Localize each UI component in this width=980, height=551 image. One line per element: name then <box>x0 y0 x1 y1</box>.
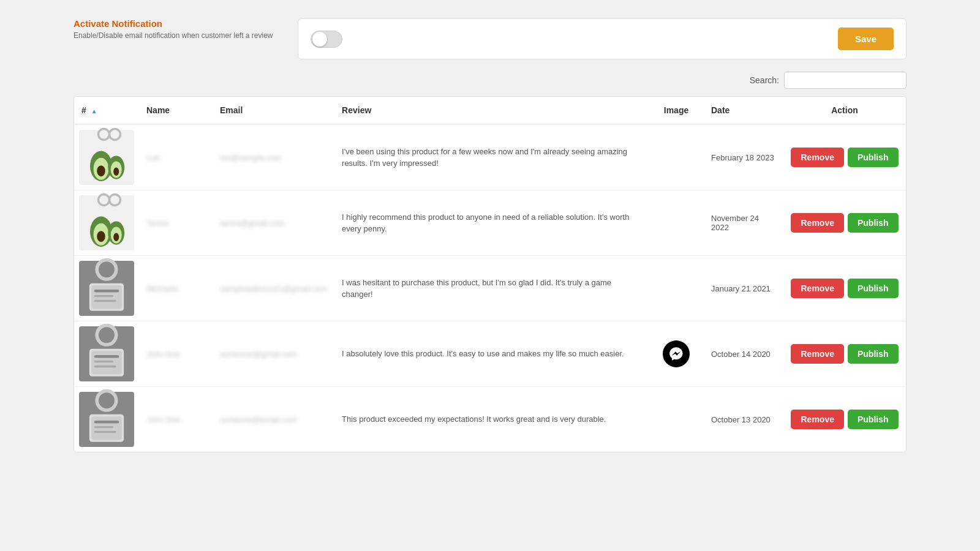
action-cell: Remove Publish <box>783 124 906 190</box>
svg-point-12 <box>97 231 105 242</box>
reviewer-name: Tamra <box>139 190 213 256</box>
col-header-hash: # ▲ <box>74 97 139 124</box>
col-header-image: Image <box>649 97 704 124</box>
svg-rect-20 <box>94 295 114 297</box>
reviews-table: # ▲ Name Email Review Image Date Action <box>74 96 907 452</box>
reviewer-name: John Doe <box>139 387 213 452</box>
review-image-cell <box>649 387 704 452</box>
toggle-track[interactable] <box>311 31 342 48</box>
reviewer-name: John Doe <box>139 321 213 387</box>
save-button[interactable]: Save <box>838 28 894 50</box>
product-image-cell <box>74 256 139 321</box>
review-text: I was hesitant to purchase this product,… <box>334 256 649 321</box>
toggle-switch[interactable] <box>311 31 342 48</box>
publish-button[interactable]: Publish <box>848 410 899 429</box>
action-cell: Remove Publish <box>783 321 906 387</box>
reviewer-name: Lori <box>139 124 213 190</box>
remove-button[interactable]: Remove <box>791 344 843 364</box>
review-date: January 21 2021 <box>704 256 783 321</box>
col-header-name: Name <box>139 97 213 124</box>
svg-rect-33 <box>94 431 116 433</box>
svg-point-8 <box>110 195 121 206</box>
toggle-save-bar: Save <box>298 18 907 59</box>
messenger-icon <box>663 340 690 367</box>
action-cell: Remove Publish <box>783 256 906 321</box>
notification-section: Activate Notification Enable/Disable ema… <box>74 18 907 59</box>
review-text: I've been using this product for a few w… <box>334 124 649 190</box>
reviewer-email: sampleaddress21@gmail.com <box>213 256 334 321</box>
col-header-date: Date <box>704 97 783 124</box>
svg-rect-26 <box>94 361 114 362</box>
svg-point-1 <box>99 129 110 140</box>
product-image-cell <box>74 190 139 256</box>
review-date: October 14 2020 <box>704 321 783 387</box>
product-image-cell <box>74 124 139 190</box>
svg-rect-27 <box>94 365 116 367</box>
table-header-row: # ▲ Name Email Review Image Date Action <box>74 97 906 124</box>
product-image-cell <box>74 321 139 387</box>
svg-point-9 <box>99 195 110 206</box>
remove-button[interactable]: Remove <box>791 148 843 167</box>
svg-point-16 <box>97 260 116 280</box>
reviewer-email: tamra@gmail.com <box>213 190 334 256</box>
svg-point-28 <box>97 391 116 411</box>
table-row: Tamra tamra@gmail.com I highly recommend… <box>74 190 906 256</box>
svg-rect-19 <box>94 290 119 293</box>
page-container: Activate Notification Enable/Disable ema… <box>61 12 919 459</box>
svg-rect-32 <box>94 426 114 428</box>
remove-button[interactable]: Remove <box>791 279 843 298</box>
review-date: February 18 2023 <box>704 124 783 190</box>
svg-rect-21 <box>94 300 116 302</box>
table-row: John Doe someone@email.com This product … <box>74 387 906 452</box>
search-input[interactable] <box>784 72 907 89</box>
search-bar: Search: <box>74 72 907 89</box>
col-header-action: Action <box>783 97 906 124</box>
svg-point-4 <box>97 166 105 177</box>
toggle-thumb <box>312 32 327 47</box>
svg-point-15 <box>113 233 119 242</box>
reviewer-email: lori@sample.com <box>213 124 334 190</box>
table-row: Michaela sampleaddress21@gmail.com I was… <box>74 256 906 321</box>
review-image-cell <box>649 321 704 387</box>
publish-button[interactable]: Publish <box>848 148 899 167</box>
remove-button[interactable]: Remove <box>791 213 843 233</box>
product-image <box>79 195 134 250</box>
review-image-cell <box>649 124 704 190</box>
notification-subtitle: Enable/Disable email notification when c… <box>74 31 273 40</box>
svg-point-7 <box>113 168 119 176</box>
review-date: November 24 2022 <box>704 190 783 256</box>
action-cell: Remove Publish <box>783 387 906 452</box>
notification-label-block: Activate Notification Enable/Disable ema… <box>74 18 273 40</box>
product-image <box>79 326 134 381</box>
notification-title: Activate Notification <box>74 18 273 29</box>
action-cell: Remove Publish <box>783 190 906 256</box>
product-image <box>79 392 134 447</box>
col-header-review: Review <box>334 97 649 124</box>
review-text: I highly recommend this product to anyon… <box>334 190 649 256</box>
publish-button[interactable]: Publish <box>848 213 899 233</box>
svg-point-0 <box>110 129 121 140</box>
product-image-cell <box>74 387 139 452</box>
publish-button[interactable]: Publish <box>848 344 899 364</box>
col-header-email: Email <box>213 97 334 124</box>
svg-rect-31 <box>94 421 119 424</box>
product-image <box>79 261 134 316</box>
sort-icon[interactable]: ▲ <box>91 108 97 114</box>
review-text: I absolutely love this product. It's eas… <box>334 321 649 387</box>
review-date: October 13 2020 <box>704 387 783 452</box>
reviewer-name: Michaela <box>139 256 213 321</box>
reviewer-email: someone@gmail.com <box>213 321 334 387</box>
table-row: Lori lori@sample.com I've been using thi… <box>74 124 906 190</box>
review-image-cell <box>649 256 704 321</box>
reviewer-email: someone@email.com <box>213 387 334 452</box>
review-image-cell <box>649 190 704 256</box>
remove-button[interactable]: Remove <box>791 410 843 429</box>
publish-button[interactable]: Publish <box>848 279 899 298</box>
table-row: John Doe someone@gmail.com I absolutely … <box>74 321 906 387</box>
svg-point-22 <box>97 326 116 345</box>
search-label: Search: <box>750 75 779 85</box>
svg-rect-25 <box>94 355 119 358</box>
review-text: This product exceeded my expectations! I… <box>334 387 649 452</box>
product-image <box>79 130 134 185</box>
